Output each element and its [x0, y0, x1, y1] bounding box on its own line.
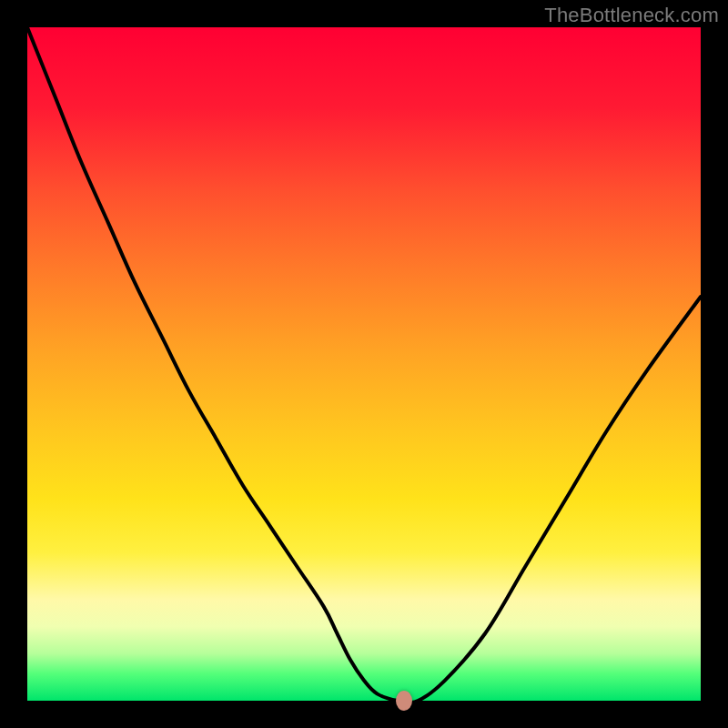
watermark-text: TheBottleneck.com: [544, 4, 719, 27]
plot-area: [27, 27, 701, 701]
chart-frame: TheBottleneck.com: [0, 0, 728, 728]
bottleneck-curve-path: [27, 27, 701, 701]
optimal-point-marker: [396, 691, 412, 711]
curve-svg: [27, 27, 701, 701]
